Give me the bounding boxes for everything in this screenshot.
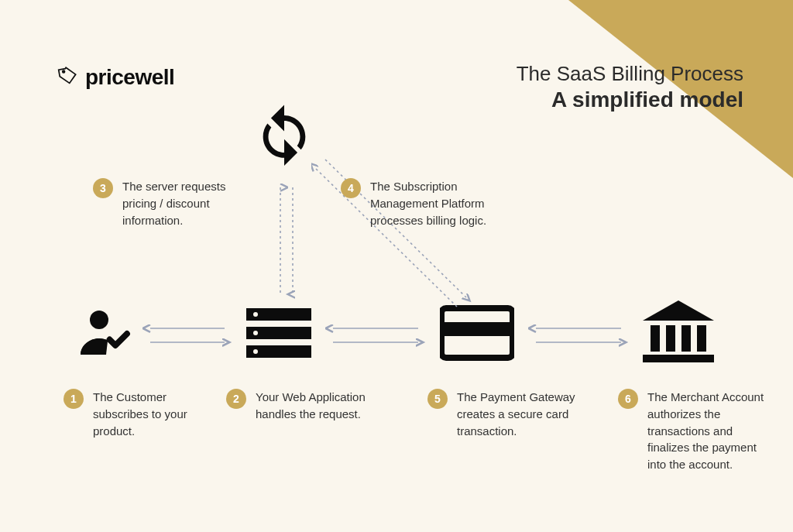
credit-card-icon [440,305,514,364]
customer-icon [76,304,132,362]
svg-point-6 [253,331,258,335]
diagram-title: The SaaS Billing Process A simplified mo… [517,62,743,112]
step-badge: 2 [226,389,246,409]
bidirectional-arrow-icon [141,319,234,353]
svg-rect-13 [681,325,691,352]
step-badge: 5 [427,389,448,409]
title-line-2: A simplified model [517,88,743,112]
step-text: The Merchant Account authorizes the tran… [647,389,775,473]
step-text: The Subscription Management Platform pro… [370,178,510,228]
step-badge: 1 [64,389,84,409]
svg-point-5 [253,312,258,317]
dotted-bidirectional-arrow-icon [271,180,302,305]
svg-point-7 [253,349,258,354]
brand-logo: pricewell [57,65,174,90]
svg-point-0 [63,70,65,73]
step-1: 1 The Customer subscribes to your produc… [64,389,221,439]
step-5: 5 The Payment Gateway creates a secure c… [427,389,585,439]
price-tag-icon [57,66,77,89]
bidirectional-arrow-icon [324,319,427,353]
title-line-1: The SaaS Billing Process [517,62,743,86]
step-2: 2 Your Web Application handles the reque… [226,389,383,423]
brand-name: pricewell [85,65,174,90]
server-icon [246,307,311,364]
svg-rect-15 [643,355,714,362]
step-text: The Customer subscribes to your product. [93,389,221,439]
bidirectional-arrow-icon [527,319,630,353]
svg-rect-9 [441,322,513,336]
step-badge: 3 [93,178,113,198]
step-badge: 4 [341,178,361,198]
svg-rect-12 [666,325,675,352]
bank-icon [643,300,714,367]
svg-marker-10 [643,300,714,321]
step-text: The server requests pricing / discount i… [122,178,262,228]
step-badge: 6 [618,389,638,409]
svg-point-1 [90,311,108,329]
svg-rect-14 [697,325,706,352]
step-4: 4 The Subscription Management Platform p… [341,178,510,228]
refresh-icon [252,102,316,169]
step-text: The Payment Gateway creates a secure car… [457,389,585,439]
step-6: 6 The Merchant Account authorizes the tr… [618,389,775,473]
svg-rect-11 [651,325,660,352]
step-3: 3 The server requests pricing / discount… [93,178,262,228]
step-text: Your Web Application handles the request… [256,389,383,423]
